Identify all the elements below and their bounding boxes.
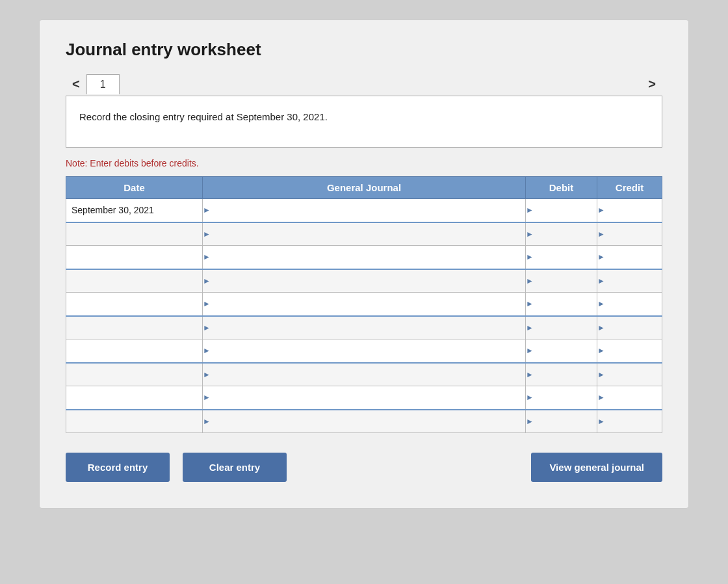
record-entry-button[interactable]: Record entry (66, 453, 170, 482)
journal-input-7[interactable] (212, 364, 525, 386)
journal-cell-0[interactable]: ► (203, 199, 526, 222)
journal-input-1[interactable] (212, 223, 525, 246)
tab-number: 1 (86, 74, 120, 94)
table-row: ►►► (66, 269, 662, 293)
journal-input-2[interactable] (212, 246, 525, 269)
table-row: ►►► (66, 246, 662, 269)
table-row: ►►► (66, 339, 662, 363)
instruction-box: Record the closing entry required at Sep… (66, 96, 662, 148)
table-row: ►►► (66, 316, 662, 339)
date-cell-3 (66, 269, 203, 293)
credit-cell-1[interactable]: ► (597, 222, 662, 246)
credit-input-2[interactable] (606, 246, 662, 269)
debit-input-0[interactable] (535, 199, 597, 222)
debit-cell-0[interactable]: ► (526, 199, 597, 222)
table-row: ►►► (66, 293, 662, 316)
worksheet-container: Journal entry worksheet < 1 > Record the… (39, 20, 689, 509)
journal-cell-5[interactable]: ► (203, 316, 526, 339)
col-header-debit: Debit (526, 177, 597, 199)
date-cell-1 (66, 222, 203, 246)
journal-cell-4[interactable]: ► (203, 293, 526, 316)
date-cell-4 (66, 293, 203, 316)
credit-input-3[interactable] (606, 270, 662, 293)
credit-cell-9[interactable]: ► (597, 410, 662, 433)
credit-cell-6[interactable]: ► (597, 339, 662, 363)
debit-input-1[interactable] (535, 223, 597, 246)
view-general-journal-button[interactable]: View general journal (531, 453, 662, 482)
credit-input-8[interactable] (606, 386, 662, 409)
journal-cell-6[interactable]: ► (203, 339, 526, 363)
debit-input-9[interactable] (535, 410, 597, 433)
journal-table: Date General Journal Debit Credit Septem… (66, 176, 662, 433)
credit-input-9[interactable] (606, 410, 662, 433)
col-header-credit: Credit (597, 177, 662, 199)
credit-input-0[interactable] (606, 199, 662, 222)
debit-cell-2[interactable]: ► (526, 246, 597, 269)
table-row: ►►► (66, 410, 662, 433)
date-cell-5 (66, 316, 203, 339)
col-header-date: Date (66, 177, 203, 199)
debit-cell-9[interactable]: ► (526, 410, 597, 433)
journal-cell-1[interactable]: ► (203, 222, 526, 246)
journal-cell-7[interactable]: ► (203, 363, 526, 386)
journal-input-8[interactable] (212, 386, 525, 409)
credit-cell-2[interactable]: ► (597, 246, 662, 269)
debit-input-7[interactable] (535, 364, 597, 386)
journal-input-9[interactable] (212, 410, 525, 433)
debit-cell-6[interactable]: ► (526, 339, 597, 363)
button-row: Record entry Clear entry View general jo… (66, 453, 662, 482)
debit-input-3[interactable] (535, 270, 597, 293)
credit-cell-8[interactable]: ► (597, 386, 662, 410)
debit-cell-7[interactable]: ► (526, 363, 597, 386)
debit-input-6[interactable] (535, 339, 597, 362)
table-row: ►►► (66, 363, 662, 386)
note-text: Note: Enter debits before credits. (66, 158, 662, 168)
date-cell-7 (66, 363, 203, 386)
journal-input-4[interactable] (212, 293, 525, 315)
table-row: ►►► (66, 222, 662, 246)
debit-cell-3[interactable]: ► (526, 269, 597, 293)
journal-input-0[interactable] (212, 199, 525, 222)
page-title: Journal entry worksheet (66, 40, 662, 60)
journal-input-6[interactable] (212, 339, 525, 362)
credit-cell-7[interactable]: ► (597, 363, 662, 386)
credit-input-4[interactable] (606, 293, 662, 315)
date-cell-6 (66, 339, 203, 363)
credit-input-1[interactable] (606, 223, 662, 246)
debit-cell-5[interactable]: ► (526, 316, 597, 339)
debit-input-8[interactable] (535, 386, 597, 409)
tab-navigation: < 1 > (66, 73, 662, 96)
date-cell-2 (66, 246, 203, 269)
credit-cell-4[interactable]: ► (597, 293, 662, 316)
date-cell-8 (66, 386, 203, 410)
instruction-text: Record the closing entry required at Sep… (79, 109, 649, 125)
journal-cell-8[interactable]: ► (203, 386, 526, 410)
journal-cell-9[interactable]: ► (203, 410, 526, 433)
journal-cell-3[interactable]: ► (203, 269, 526, 293)
date-cell-0: September 30, 2021 (66, 199, 203, 222)
debit-cell-1[interactable]: ► (526, 222, 597, 246)
clear-entry-button[interactable]: Clear entry (183, 453, 287, 482)
next-arrow-button[interactable]: > (642, 73, 662, 96)
credit-cell-5[interactable]: ► (597, 316, 662, 339)
credit-cell-0[interactable]: ► (597, 199, 662, 222)
table-row: ►►► (66, 386, 662, 410)
debit-input-5[interactable] (535, 317, 597, 339)
credit-input-5[interactable] (606, 317, 662, 339)
debit-input-2[interactable] (535, 246, 597, 269)
col-header-general-journal: General Journal (203, 177, 526, 199)
credit-cell-3[interactable]: ► (597, 269, 662, 293)
table-row: September 30, 2021►►► (66, 199, 662, 222)
debit-input-4[interactable] (535, 293, 597, 315)
debit-cell-8[interactable]: ► (526, 386, 597, 410)
debit-cell-4[interactable]: ► (526, 293, 597, 316)
credit-input-7[interactable] (606, 364, 662, 386)
journal-input-5[interactable] (212, 317, 525, 339)
prev-arrow-button[interactable]: < (66, 73, 86, 96)
journal-cell-2[interactable]: ► (203, 246, 526, 269)
journal-input-3[interactable] (212, 270, 525, 293)
credit-input-6[interactable] (606, 339, 662, 362)
date-cell-9 (66, 410, 203, 433)
